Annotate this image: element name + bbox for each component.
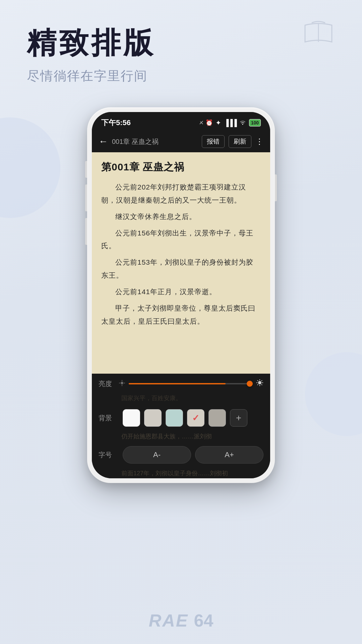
nav-bar[interactable]: ← 001章 巫蛊之祸 报错 刷新 ⋮ xyxy=(92,131,270,152)
svg-line-13 xyxy=(257,384,258,385)
more-button[interactable]: ⋮ xyxy=(255,137,263,146)
brightness-label: 亮度 xyxy=(99,379,119,388)
background-row: 背景 ✓ + xyxy=(99,409,263,427)
svg-point-0 xyxy=(121,382,123,384)
paragraph-6: 甲子，太子刘彻即皇帝位，尊皇太后窦氏曰太皇太后，皇后王氏曰皇太后。 xyxy=(101,302,261,328)
bottom-watermark: RAE 64 xyxy=(149,610,214,631)
overlay-text-2: 仍开始施恩郡县大族，……派刘彻 xyxy=(121,431,263,443)
wifi-icon xyxy=(239,119,246,127)
svg-point-5 xyxy=(258,381,261,384)
brightness-row: 亮度 xyxy=(99,379,263,388)
bluetooth-icon: ✦ xyxy=(216,119,221,127)
swatch-dark-gray[interactable] xyxy=(208,409,226,427)
paragraph-1: 公元前202年刘邦打败楚霸王项羽建立汉朝，汉朝是继秦朝之后的又一大统一王朝。 xyxy=(101,181,261,207)
bg-decoration-right xyxy=(305,352,362,436)
swatch-selected[interactable]: ✓ xyxy=(187,409,204,427)
battery-indicator: 100 xyxy=(249,119,261,126)
book-content: 第001章 巫蛊之祸 公元前202年刘邦打败楚霸王项羽建立汉朝，汉朝是继秦朝之后… xyxy=(92,152,270,374)
overlay-text-3: 前面127年，刘彻以皇子身份……刘彻初 xyxy=(121,468,263,478)
swatch-gray1[interactable] xyxy=(144,409,162,427)
bg-decoration-left xyxy=(0,117,60,218)
top-section: 精致排版 尽情徜徉在字里行间 xyxy=(0,0,362,98)
page-subtitle: 尽情徜徉在字里行间 xyxy=(27,67,335,85)
rae-logo: RAE xyxy=(149,610,189,631)
paragraph-4: 公元前153年，刘彻以皇子的身份被封为胶东王。 xyxy=(101,256,261,282)
background-label: 背景 xyxy=(99,414,119,423)
font-size-label: 字号 xyxy=(99,450,119,460)
volume-down-button xyxy=(85,218,87,245)
status-icons: ✕ ⏰ ✦ ▐▐▐ 100 xyxy=(199,119,261,127)
brightness-dim-icon xyxy=(119,380,125,388)
settings-panel: 亮度 xyxy=(92,374,270,478)
status-time: 下午5:56 xyxy=(101,118,131,128)
font-increase-button[interactable]: A+ xyxy=(195,446,263,464)
paragraph-3: 公元前156年刘彻出生，汉景帝中子，母王氏。 xyxy=(101,227,261,253)
book-icon xyxy=(302,20,335,47)
background-swatches: ✓ + xyxy=(123,409,263,427)
volume-up-button xyxy=(85,184,87,211)
checkmark-icon: ✓ xyxy=(192,413,199,423)
power-button xyxy=(275,174,277,201)
svg-line-12 xyxy=(261,380,262,381)
font-size-row: 字号 A- A+ xyxy=(99,446,263,464)
font-decrease-button[interactable]: A- xyxy=(123,446,191,464)
phone-screen: 下午5:56 ✕ ⏰ ✦ ▐▐▐ 100 xyxy=(92,112,270,478)
rae-number: 64 xyxy=(194,610,213,631)
book-icon-container xyxy=(302,20,335,48)
silent-switch xyxy=(85,161,87,178)
brightness-thumb xyxy=(247,381,253,387)
swatch-teal[interactable] xyxy=(166,409,183,427)
svg-line-10 xyxy=(257,380,258,381)
book-text: 公元前202年刘邦打败楚霸王项羽建立汉朝，汉朝是继秦朝之后的又一大统一王朝。 继… xyxy=(101,181,261,328)
phone-mockup: 下午5:56 ✕ ⏰ ✦ ▐▐▐ 100 xyxy=(87,107,275,483)
font-size-controls: A- A+ xyxy=(123,446,263,464)
swatch-add[interactable]: + xyxy=(230,409,247,427)
report-button[interactable]: 报错 xyxy=(202,135,225,148)
phone-shell: 下午5:56 ✕ ⏰ ✦ ▐▐▐ 100 xyxy=(87,107,275,483)
brightness-slider[interactable] xyxy=(129,383,253,384)
svg-line-11 xyxy=(261,384,262,385)
signal-icon: ▐▐▐ xyxy=(224,119,236,127)
brightness-fill xyxy=(129,383,226,384)
page-title: 精致排版 xyxy=(27,27,335,59)
brightness-bright-icon xyxy=(256,379,263,388)
refresh-button[interactable]: 刷新 xyxy=(229,135,251,148)
nav-title: 001章 巫蛊之祸 xyxy=(112,137,198,146)
overlay-text-1: 国家兴平，百姓安康。 xyxy=(121,393,263,406)
phone-notch xyxy=(158,112,204,122)
paragraph-5: 公元前141年正月，汉景帝逝。 xyxy=(101,285,261,299)
swatch-white[interactable] xyxy=(123,409,140,427)
back-button[interactable]: ← xyxy=(99,136,108,147)
chapter-title: 第001章 巫蛊之祸 xyxy=(101,160,261,174)
paragraph-2: 继汉文帝休养生息之后。 xyxy=(101,210,261,223)
